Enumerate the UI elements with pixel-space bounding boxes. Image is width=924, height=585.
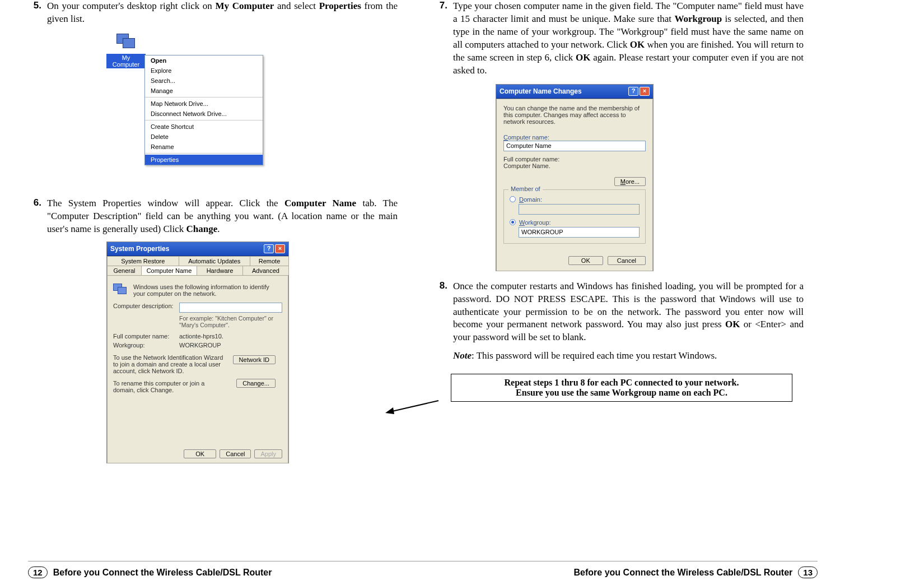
footer-text: Before you Connect the Wireless Cable/DS… [574, 568, 793, 578]
menu-item-delete[interactable]: Delete [145, 132, 263, 142]
dialog-body: You can change the name and the membersh… [496, 99, 653, 271]
computer-name-input[interactable] [503, 141, 646, 151]
apply-button[interactable]: Apply [254, 449, 282, 458]
step-number: 5. [28, 0, 47, 26]
change-text: To rename this computer or join a domain… [113, 380, 225, 393]
footer-text: Before you Connect the Wireless Cable/DS… [53, 568, 272, 578]
note-label: Note [453, 350, 472, 361]
radio-domain[interactable]: Domain: [510, 196, 640, 203]
description-hint: For example: "Kitchen Computer" or "Mary… [179, 315, 282, 328]
menu-item-rename[interactable]: Rename [145, 142, 263, 152]
text-bold: OK [630, 39, 645, 50]
tab-automatic-updates[interactable]: Automatic Updates [179, 256, 251, 266]
my-computer-icon[interactable]: My Computer [106, 32, 146, 68]
menu-item-create-shortcut[interactable]: Create Shortcut [145, 122, 263, 132]
domain-input [519, 204, 640, 215]
help-icon[interactable]: ? [264, 244, 274, 253]
workgroup-input[interactable] [519, 227, 640, 238]
step-number: 8. [434, 280, 453, 345]
system-properties-dialog: System Properties ? × System Restore Aut… [106, 242, 289, 463]
note-body: Note: This password will be required eac… [453, 350, 717, 363]
radio-workgroup[interactable]: Workgroup: [510, 219, 640, 226]
ok-button[interactable]: OK [184, 449, 216, 458]
menu-item-disconnect-drive[interactable]: Disconnect Network Drive... [145, 109, 263, 119]
tab-system-restore[interactable]: System Restore [107, 256, 179, 266]
step-body: Once the computer restarts and Windows h… [453, 280, 804, 345]
text: ore... [626, 178, 640, 185]
step-8: 8. Once the computer restarts and Window… [434, 280, 804, 345]
tab-general[interactable]: General [107, 266, 142, 275]
footer-left: 12 Before you Connect the Wireless Cable… [28, 567, 272, 578]
spacer [434, 350, 453, 363]
text-bold: Properties [319, 1, 361, 11]
close-icon[interactable]: × [640, 87, 650, 96]
step-number: 7. [434, 0, 453, 77]
tab-remote[interactable]: Remote [250, 256, 289, 266]
menu-separator [145, 97, 263, 97]
text-bold: OK [576, 52, 590, 63]
label-full-computer-name: Full computer name: [113, 333, 175, 340]
svg-line-0 [390, 401, 438, 412]
ok-button[interactable]: OK [568, 256, 603, 265]
panel-computer-name: Windows uses the following information t… [107, 275, 288, 463]
page-number: 13 [798, 567, 818, 578]
window-title: Computer Name Changes [500, 87, 582, 95]
mnemonic: W [519, 219, 525, 226]
arrow-annotation [385, 400, 441, 416]
dialog-buttons: OK Cancel Apply [184, 449, 282, 458]
menu-item-explore[interactable]: Explore [145, 66, 263, 76]
titlebar[interactable]: System Properties ? × [107, 242, 288, 256]
menu-item-map-drive[interactable]: Map Network Drive... [145, 99, 263, 109]
figure-context-menu: My Computer Open Explore Search... Manag… [106, 31, 297, 187]
note: Note: This password will be required eac… [434, 350, 804, 363]
window-title: System Properties [110, 245, 169, 253]
step-7: 7. Type your chosen computer name in the… [434, 0, 804, 77]
text-bold: OK [725, 319, 740, 329]
dialog-buttons: OK Cancel [568, 256, 646, 265]
text: omputer name: [508, 134, 549, 141]
step-body: The System Properties window will appear… [47, 197, 398, 236]
label-computer-name: Computer name: [503, 134, 646, 141]
page-right: 7. Type your chosen computer name in the… [434, 0, 804, 402]
page-number: 12 [28, 567, 48, 578]
my-computer-label: My Computer [106, 54, 146, 68]
tab-advanced[interactable]: Advanced [242, 266, 289, 275]
more-button[interactable]: More... [614, 177, 646, 186]
text: : This password will be required each ti… [472, 350, 717, 361]
computer-name-changes-dialog: Computer Name Changes ? × You can change… [496, 84, 654, 271]
titlebar[interactable]: Computer Name Changes ? × [496, 85, 653, 99]
close-icon[interactable]: × [275, 244, 285, 253]
intro-text: Windows uses the following information t… [133, 284, 282, 297]
member-of-group: Member of Domain: Workgroup: [503, 189, 646, 244]
computer-description-input[interactable] [179, 303, 282, 313]
text: . [217, 224, 220, 234]
label-workgroup: Workgroup: [113, 342, 175, 349]
intro-text: You can change the name and the membersh… [503, 105, 646, 125]
radio-dot [510, 196, 516, 202]
menu-item-manage[interactable]: Manage [145, 86, 263, 96]
text-bold: Computer Name [284, 198, 356, 208]
help-icon[interactable]: ? [628, 87, 638, 96]
menu-item-search[interactable]: Search... [145, 76, 263, 86]
page-left: 5. On your computer's desktop right clic… [28, 0, 398, 469]
tab-hardware[interactable]: Hardware [197, 266, 243, 275]
mnemonic: M [620, 178, 626, 185]
repeat-callout: Repeat steps 1 thru 8 for each PC connec… [451, 374, 792, 402]
value-workgroup: WORKGROUP [179, 342, 221, 349]
text: omain: [524, 196, 542, 203]
tab-computer-name[interactable]: Computer Name [141, 266, 197, 275]
computer-icon [115, 32, 137, 53]
change-button[interactable]: Change... [236, 379, 276, 388]
cancel-button[interactable]: Cancel [220, 449, 251, 458]
menu-item-properties[interactable]: Properties [145, 155, 263, 165]
step-6: 6. The System Properties window will app… [28, 197, 398, 236]
network-id-button[interactable]: Network ID [233, 355, 276, 364]
text: orkgroup: [525, 219, 550, 226]
text-bold: Workgroup [674, 13, 722, 24]
menu-item-open[interactable]: Open [145, 55, 263, 66]
step-5: 5. On your computer's desktop right clic… [28, 0, 398, 26]
step-number: 6. [28, 197, 47, 236]
network-id-text: To use the Network Identification Wizard… [113, 354, 225, 374]
cancel-button[interactable]: Cancel [608, 256, 646, 265]
text-bold: Change [186, 224, 218, 234]
